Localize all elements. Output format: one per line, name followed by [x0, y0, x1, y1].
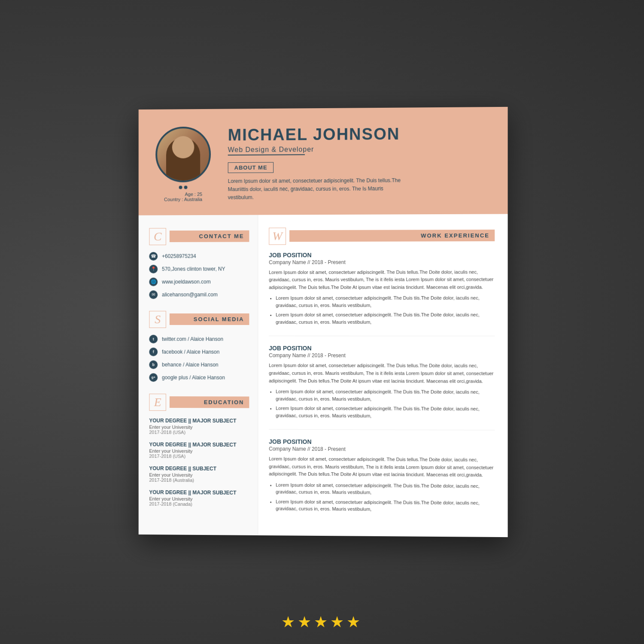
social-section: S SOCIAL MEDIA t twitter.com / Alaice Ha…: [149, 311, 249, 382]
edu-university-1: Enter your University: [149, 424, 249, 430]
social-behance: b behance / Alaice Hanson: [149, 360, 249, 369]
dot-1: [179, 185, 182, 189]
contact-header: C CONTACT ME: [149, 228, 249, 245]
right-column: W WORK EXPERIENCE JOB POSITION Company N…: [258, 214, 507, 537]
job-bullets-3: Lorem Ipsum dolor sit amet, consectetuer…: [269, 481, 495, 513]
work-header: W WORK EXPERIENCE: [269, 227, 495, 245]
stars-rating: ★★★★★: [281, 613, 363, 631]
email-icon: ✉: [149, 290, 158, 299]
phone-text: +60258975234: [162, 253, 196, 259]
social-twitter: t twitter.com / Alaice Hanson: [149, 334, 249, 343]
job-block-2: JOB POSITION Company Name // 2018 - Pres…: [269, 345, 495, 419]
edu-item-2: YOUR DEGREE || MAJOR SUBJECT Enter your …: [149, 441, 249, 459]
contact-phone: ☎ +60258975234: [149, 252, 249, 260]
contact-email: ✉ alicehanson@gamil.com: [149, 290, 249, 299]
job-bullet-3-1: Lorem Ipsum dolor sit amet, consectetuer…: [276, 481, 495, 497]
contact-website: 🌐 www.joeldawson.com: [149, 277, 249, 286]
job-title-2: JOB POSITION: [269, 345, 495, 352]
left-column: C CONTACT ME ☎ +60258975234 📍 570,Jones …: [139, 215, 258, 535]
job-title-3: JOB POSITION: [269, 438, 495, 446]
googleplus-text: google plus / Alaice Hanson: [162, 374, 225, 380]
edu-year-2: 2017-2018 (USA): [149, 453, 249, 459]
googleplus-icon: g+: [149, 373, 158, 382]
contact-letter: C: [149, 228, 166, 245]
resume-document: Age : 25 Country : Australia MICHAEL JOH…: [139, 107, 508, 537]
phone-icon: ☎: [149, 252, 158, 261]
social-letter: S: [149, 311, 166, 328]
age-label: Age : 25: [164, 191, 202, 197]
dot-2: [184, 185, 188, 189]
edu-year-4: 2017-2018 (Canada): [149, 501, 249, 507]
job-bullet-1-1: Lorem Ipsum dolor sit amet, consectetuer…: [276, 295, 495, 309]
behance-text: behance / Alaice Hanson: [162, 361, 219, 368]
website-text: www.joeldawson.com: [162, 279, 211, 285]
contact-address: 📍 570,Jones clinton tower, NY: [149, 264, 249, 273]
edu-year-1: 2017-2018 (USA): [149, 429, 249, 435]
job-company-1: Company Name // 2018 - Present: [269, 259, 495, 265]
social-facebook: f facebook / Alaice Hanson: [149, 347, 249, 356]
job-company-2: Company Name // 2018 - Present: [269, 352, 495, 359]
profile-photo: [155, 127, 211, 182]
job-block-1: JOB POSITION Company Name // 2018 - Pres…: [269, 251, 495, 326]
address-text: 570,Jones clinton tower, NY: [162, 266, 225, 272]
behance-icon: b: [149, 360, 158, 369]
divider-1: [269, 336, 495, 336]
job-bullets-1: Lorem Ipsum dolor sit amet, consectetuer…: [269, 295, 495, 325]
about-me-text: Lorem Ipsum dolor sit amet, consectetuer…: [228, 176, 408, 202]
job-desc-3: Lorem Ipsum dolor sit amet, consectetuer…: [269, 456, 495, 479]
divider-2: [269, 429, 495, 431]
work-title: WORK EXPERIENCE: [289, 230, 495, 242]
job-bullet-2-1: Lorem Ipsum dolor sit amet, consectetuer…: [276, 388, 495, 403]
header-info: MICHAEL JOHNSON Web Design & Developer A…: [228, 124, 490, 202]
social-header: S SOCIAL MEDIA: [149, 311, 249, 328]
education-letter: E: [149, 394, 166, 411]
email-text: alicehanson@gamil.com: [162, 292, 218, 298]
job-desc-2: Lorem Ipsum dolor sit amet, consectetuer…: [269, 362, 495, 385]
twitter-icon: t: [149, 334, 158, 343]
edu-degree-3: YOUR DEGREE || SUBJECT: [149, 465, 249, 472]
job-bullet-1-2: Lorem Ipsum dolor sit amet, consectetuer…: [276, 311, 495, 325]
country-label: Country : Australia: [164, 197, 202, 202]
job-company-3: Company Name // 2018 - Present: [269, 446, 495, 453]
edu-university-4: Enter your University: [149, 496, 249, 501]
twitter-text: twitter.com / Alaice Hanson: [162, 336, 223, 342]
education-header: E EDUCATION: [149, 394, 249, 411]
social-title: SOCIAL MEDIA: [170, 313, 249, 325]
social-googleplus: g+ google plus / Alaice Hanson: [149, 373, 249, 382]
edu-degree-2: YOUR DEGREE || MAJOR SUBJECT: [149, 441, 249, 448]
job-desc-1: Lorem Ipsum dolor sit amet, consectetuer…: [269, 268, 495, 292]
job-bullets-2: Lorem Ipsum dolor sit amet, consectetuer…: [269, 388, 495, 420]
candidate-name: MICHAEL JOHNSON: [228, 124, 490, 144]
website-icon: 🌐: [149, 277, 158, 286]
edu-item-4: YOUR DEGREE || MAJOR SUBJECT Enter your …: [149, 489, 249, 507]
address-icon: 📍: [149, 264, 158, 273]
contact-title: CONTACT ME: [170, 231, 249, 242]
edu-year-3: 2017-2018 (Australia): [149, 477, 249, 483]
work-letter: W: [269, 228, 286, 245]
contact-section: C CONTACT ME ☎ +60258975234 📍 570,Jones …: [149, 228, 249, 299]
edu-university-2: Enter your University: [149, 448, 249, 454]
photo-area: Age : 25 Country : Australia: [155, 127, 211, 202]
about-me-label: ABOUT ME: [228, 162, 274, 173]
education-title: EDUCATION: [170, 396, 249, 408]
edu-degree-1: YOUR DEGREE || MAJOR SUBJECT: [149, 417, 249, 424]
facebook-text: facebook / Alaice Hanson: [162, 349, 219, 355]
job-bullet-2-2: Lorem Ipsum dolor sit amet, consectetuer…: [276, 405, 495, 420]
age-country-info: Age : 25 Country : Australia: [164, 191, 202, 202]
candidate-title: Web Design & Developer: [228, 145, 490, 154]
photo-decoration: [179, 185, 188, 189]
edu-university-3: Enter your University: [149, 472, 249, 478]
job-title-1: JOB POSITION: [269, 251, 495, 258]
edu-degree-4: YOUR DEGREE || MAJOR SUBJECT: [149, 489, 249, 495]
edu-item-3: YOUR DEGREE || SUBJECT Enter your Univer…: [149, 465, 249, 483]
resume-header: Age : 25 Country : Australia MICHAEL JOH…: [139, 107, 508, 215]
job-bullet-3-2: Lorem Ipsum dolor sit amet, consectetuer…: [276, 498, 495, 513]
edu-item-1: YOUR DEGREE || MAJOR SUBJECT Enter your …: [149, 417, 249, 435]
resume-body: C CONTACT ME ☎ +60258975234 📍 570,Jones …: [139, 214, 508, 537]
education-section: E EDUCATION YOUR DEGREE || MAJOR SUBJECT…: [149, 394, 249, 507]
facebook-icon: f: [149, 347, 158, 356]
job-block-3: JOB POSITION Company Name // 2018 - Pres…: [269, 438, 495, 514]
title-underline: [228, 154, 305, 155]
